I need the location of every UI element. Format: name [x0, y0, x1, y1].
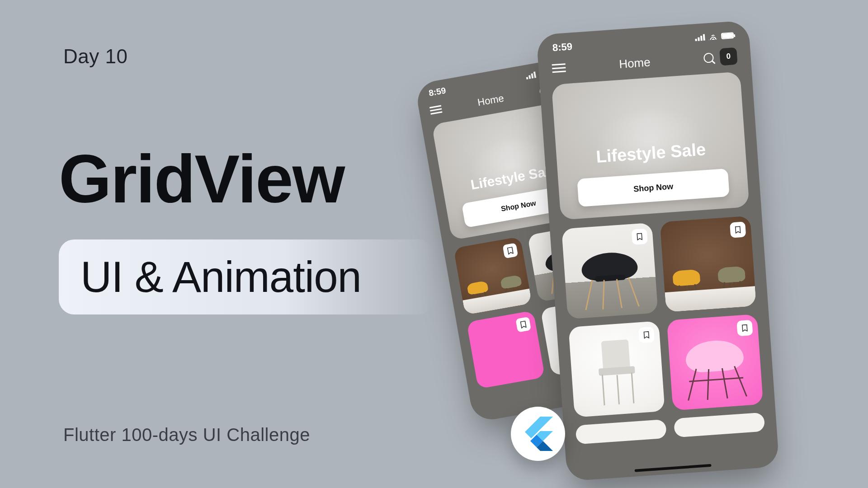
bookmark-icon[interactable]	[736, 320, 753, 336]
status-time: 8:59	[552, 41, 573, 54]
grid-item[interactable]	[660, 216, 756, 312]
bookmark-icon[interactable]	[638, 327, 655, 343]
hero-title: Lifestyle Sale	[556, 137, 746, 169]
flutter-logo-badge	[511, 407, 565, 461]
cart-badge[interactable]: 0	[719, 47, 738, 66]
flutter-icon	[523, 417, 553, 451]
bookmark-icon[interactable]	[515, 317, 531, 333]
footer-caption: Flutter 100-days UI Challenge	[63, 425, 310, 445]
status-icons	[695, 32, 734, 41]
bookmark-icon[interactable]	[632, 229, 648, 245]
product-grid	[549, 206, 777, 446]
shop-now-button[interactable]: Shop Now	[577, 169, 730, 207]
bookmark-icon[interactable]	[502, 243, 518, 258]
headline-title: GridView	[59, 140, 344, 218]
home-indicator	[635, 464, 712, 472]
grid-item[interactable]	[453, 237, 532, 315]
cellular-icon	[525, 71, 536, 80]
screen-title: Home	[618, 55, 651, 71]
bookmark-icon[interactable]	[730, 221, 746, 238]
grid-item-peek[interactable]	[576, 419, 667, 445]
menu-icon[interactable]	[429, 105, 443, 115]
subtitle-pill: UI & Animation	[59, 239, 434, 314]
status-time: 8:59	[428, 85, 447, 98]
hero-card[interactable]: Lifestyle Sale Shop Now	[552, 71, 750, 220]
screen-title: Home	[476, 92, 505, 108]
eyebrow-day: Day 10	[63, 45, 127, 68]
wifi-icon	[708, 33, 718, 40]
grid-item[interactable]	[561, 223, 658, 319]
search-icon[interactable]	[703, 52, 714, 63]
grid-item[interactable]	[568, 321, 665, 417]
menu-icon[interactable]	[552, 63, 566, 73]
phone-mock-front: 8:59 Home 0 Lifestyle Sale Shop Now	[536, 20, 779, 481]
battery-icon	[721, 32, 734, 39]
cellular-icon	[695, 34, 705, 42]
grid-item[interactable]	[467, 310, 545, 389]
grid-item[interactable]	[667, 314, 763, 410]
grid-item-peek[interactable]	[674, 413, 765, 438]
